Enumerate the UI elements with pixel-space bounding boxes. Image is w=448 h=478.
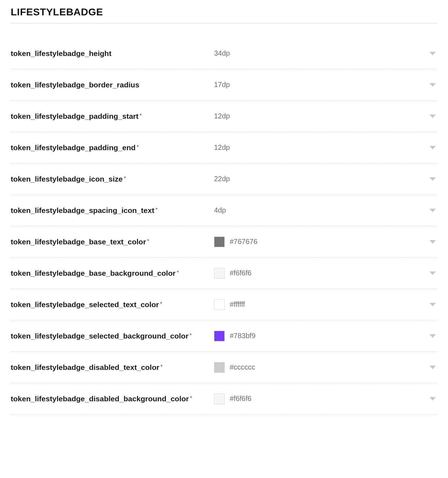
chevron-down-icon[interactable] xyxy=(429,240,436,244)
token-name-cell: token_lifestylebadge_base_background_col… xyxy=(11,269,214,278)
token-name-cell: token_lifestylebadge_selected_text_color… xyxy=(11,300,214,309)
expand-cell xyxy=(427,83,437,87)
token-value-cell: #783bf9 xyxy=(214,331,427,341)
expand-cell xyxy=(427,240,437,244)
chevron-down-icon[interactable] xyxy=(429,271,436,275)
asterisk-icon: * xyxy=(161,364,163,370)
token-value-cell: #f6f6f6 xyxy=(214,393,427,404)
chevron-down-icon[interactable] xyxy=(429,52,436,55)
token-value-cell: 17dp xyxy=(214,81,427,89)
token-name-cell: token_lifestylebadge_disabled_background… xyxy=(11,395,214,403)
token-row[interactable]: token_lifestylebadge_padding_start * 12d… xyxy=(11,101,437,132)
token-value: 17dp xyxy=(214,81,230,89)
token-row[interactable]: token_lifestylebadge_selected_background… xyxy=(11,320,437,352)
token-value-cell: #cccccc xyxy=(214,362,427,373)
token-value: #f6f6f6 xyxy=(230,395,251,403)
token-row[interactable]: token_lifestylebadge_padding_end * 12dp xyxy=(11,132,437,163)
token-name: token_lifestylebadge_disabled_text_color xyxy=(11,363,159,372)
asterisk-icon: * xyxy=(156,207,158,213)
expand-cell xyxy=(427,52,437,55)
section-title: LIFESTYLEBADGE xyxy=(11,6,437,24)
token-name: token_lifestylebadge_selected_text_color xyxy=(11,300,159,309)
token-name: token_lifestylebadge_padding_start xyxy=(11,112,138,121)
token-name-cell: token_lifestylebadge_spacing_icon_text * xyxy=(11,206,214,215)
token-name: token_lifestylebadge_base_background_col… xyxy=(11,269,175,278)
token-value: 12dp xyxy=(214,143,230,152)
token-value: 4dp xyxy=(214,206,226,214)
token-row[interactable]: token_lifestylebadge_spacing_icon_text *… xyxy=(11,195,437,226)
asterisk-icon: * xyxy=(137,144,139,151)
token-row[interactable]: token_lifestylebadge_border_radius * 17d… xyxy=(11,69,437,101)
chevron-down-icon[interactable] xyxy=(429,334,436,338)
token-value-cell: #ffffff xyxy=(214,299,427,310)
token-name: token_lifestylebadge_border_radius xyxy=(11,81,139,89)
token-value: #cccccc xyxy=(230,363,255,371)
chevron-down-icon[interactable] xyxy=(429,146,436,149)
token-name-cell: token_lifestylebadge_base_text_color * xyxy=(11,238,214,246)
chevron-down-icon[interactable] xyxy=(429,209,436,212)
token-value-cell: 34dp xyxy=(214,49,427,57)
chevron-down-icon[interactable] xyxy=(429,366,436,369)
color-swatch xyxy=(214,237,225,247)
asterisk-icon: * xyxy=(147,238,149,245)
token-value-cell: 12dp xyxy=(214,143,427,152)
expand-cell xyxy=(427,177,437,181)
token-row[interactable]: token_lifestylebadge_selected_text_color… xyxy=(11,289,437,320)
token-row[interactable]: token_lifestylebadge_disabled_text_color… xyxy=(11,352,437,383)
token-value-cell: 4dp xyxy=(214,206,427,214)
expand-cell xyxy=(427,366,437,369)
token-value-cell: #f6f6f6 xyxy=(214,268,427,279)
token-value-cell: 12dp xyxy=(214,112,427,120)
token-name-cell: token_lifestylebadge_height * xyxy=(11,49,214,58)
expand-cell xyxy=(427,303,437,306)
token-name: token_lifestylebadge_selected_background… xyxy=(11,332,188,340)
token-name-cell: token_lifestylebadge_disabled_text_color… xyxy=(11,363,214,372)
token-name-cell: token_lifestylebadge_padding_start * xyxy=(11,112,214,121)
asterisk-icon: * xyxy=(160,301,162,307)
token-name: token_lifestylebadge_base_text_color xyxy=(11,238,146,246)
asterisk-icon: * xyxy=(139,113,142,119)
token-value: #f6f6f6 xyxy=(230,269,251,277)
expand-cell xyxy=(427,115,437,118)
color-swatch xyxy=(214,393,225,404)
chevron-down-icon[interactable] xyxy=(429,115,436,118)
expand-cell xyxy=(427,271,437,275)
color-swatch xyxy=(214,331,225,341)
token-value-cell: #767676 xyxy=(214,237,427,247)
asterisk-icon: * xyxy=(190,395,192,402)
asterisk-icon: * xyxy=(177,270,179,276)
color-swatch xyxy=(214,299,225,310)
chevron-down-icon[interactable] xyxy=(429,303,436,306)
token-name-cell: token_lifestylebadge_padding_end * xyxy=(11,143,214,152)
token-row[interactable]: token_lifestylebadge_base_text_color * #… xyxy=(11,226,437,258)
token-name: token_lifestylebadge_height xyxy=(11,49,111,58)
color-swatch xyxy=(214,362,225,373)
expand-cell xyxy=(427,334,437,338)
token-list: token_lifestylebadge_height * 34dp token… xyxy=(11,38,437,415)
token-name-cell: token_lifestylebadge_icon_size * xyxy=(11,175,214,183)
token-value: #ffffff xyxy=(230,300,245,309)
chevron-down-icon[interactable] xyxy=(429,397,436,401)
token-name: token_lifestylebadge_spacing_icon_text xyxy=(11,206,154,215)
token-row[interactable]: token_lifestylebadge_disabled_background… xyxy=(11,383,437,415)
chevron-down-icon[interactable] xyxy=(429,83,436,87)
token-name: token_lifestylebadge_padding_end xyxy=(11,143,136,152)
asterisk-icon: * xyxy=(189,332,192,339)
color-swatch xyxy=(214,268,225,279)
token-value: 22dp xyxy=(214,175,230,183)
token-value: 12dp xyxy=(214,112,230,120)
expand-cell xyxy=(427,209,437,212)
asterisk-icon: * xyxy=(124,176,126,182)
token-name: token_lifestylebadge_icon_size xyxy=(11,175,123,183)
token-value: #783bf9 xyxy=(230,332,255,340)
token-value-cell: 22dp xyxy=(214,175,427,183)
token-value: #767676 xyxy=(230,238,258,246)
chevron-down-icon[interactable] xyxy=(429,177,436,181)
expand-cell xyxy=(427,397,437,401)
token-row[interactable]: token_lifestylebadge_base_background_col… xyxy=(11,258,437,289)
token-row[interactable]: token_lifestylebadge_icon_size * 22dp xyxy=(11,163,437,195)
expand-cell xyxy=(427,146,437,149)
token-value: 34dp xyxy=(214,49,230,57)
token-row[interactable]: token_lifestylebadge_height * 34dp xyxy=(11,38,437,69)
token-name-cell: token_lifestylebadge_border_radius * xyxy=(11,81,214,89)
